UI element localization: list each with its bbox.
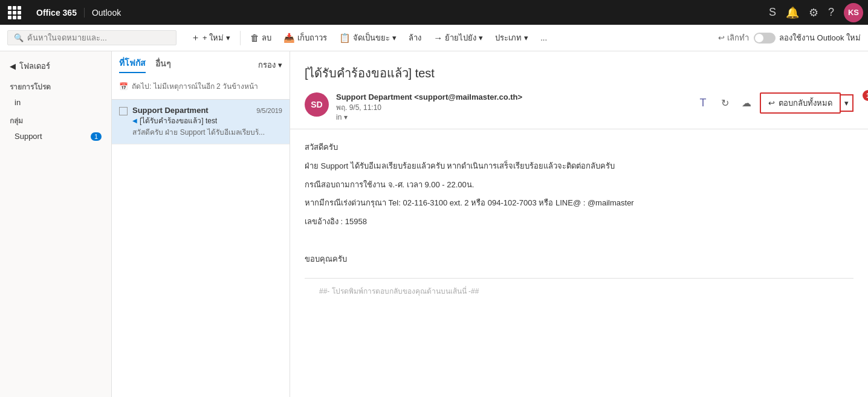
sidebar: ◀ โฟลเดอร์ รายการโปรด in กลุ่ม Support 1 — [0, 51, 112, 397]
email-closing: ขอบคุณครับ — [305, 253, 853, 266]
email-list-header: ที่โฟกัส อื่นๆ กรอง ▾ 📅 ถัดไป: ไม่มีเหตุ… — [112, 51, 290, 100]
main-layout: ◀ โฟลเดอร์ รายการโปรด in กลุ่ม Support 1… — [0, 51, 868, 397]
email-item-content: Support Department 9/5/2019 ◀ [ได้รับคำร… — [132, 106, 282, 138]
toolbar: 🔍 ＋ + ใหม่ ▾ 🗑 ลบ 📥 เก็บถาวร 📋 จัดเป็นขย… — [0, 25, 868, 51]
category-button[interactable]: ประเภท ▾ — [490, 29, 533, 47]
email-tabs: ที่โฟกัส อื่นๆ กรอง ▾ — [119, 56, 282, 73]
email-body: สวัสดีครับ ฝ่าย Support ได้รับอีเมลเรียบ… — [290, 129, 868, 315]
archive-button[interactable]: 📥 เก็บถาวร — [279, 29, 332, 47]
email-from: Support Department <support@mailmaster.c… — [336, 92, 695, 102]
reply-all-dropdown-button[interactable]: ▾ — [841, 94, 853, 112]
email-line3: หากมีกรณีเร่งด่วนกรุณา Tel: 02-116-3100 … — [305, 197, 853, 210]
junk-dropdown-icon: ▾ — [392, 33, 397, 42]
email-line1: ฝ่าย Support ได้รับอีเมลเรียบร้อยแล้วครั… — [305, 160, 853, 173]
skype-icon[interactable]: S — [769, 6, 776, 19]
help-icon[interactable]: ? — [828, 6, 834, 19]
app-name: Office 365 — [29, 8, 85, 18]
junk-icon: 📋 — [339, 33, 351, 44]
toolbar-right: ↩ เลิกทำ ลองใช้งาน Outlook ใหม่ — [718, 31, 861, 44]
email-list-item[interactable]: Support Department 9/5/2019 ◀ [ได้รับคำร… — [112, 100, 290, 144]
email-subject-title: [ได้รับคำร้องขอแล้ว] test — [305, 63, 853, 83]
chevron-down-icon: ▾ — [344, 113, 348, 121]
reply-count-badge: 1 — [863, 90, 868, 101]
archive-icon: 📥 — [283, 33, 295, 44]
tab-focused[interactable]: ที่โฟกัส — [119, 56, 146, 73]
email-footer: ##- โปรดพิมพ์การตอบกลับของคุณด้านบนเส้นน… — [305, 278, 853, 297]
loop-icon[interactable]: ↻ — [716, 95, 733, 112]
email-line4: เลขอ้างอิง : 15958 — [305, 216, 853, 228]
product-name: Outlook — [92, 8, 121, 18]
toggle-switch[interactable] — [754, 33, 776, 44]
delete-button[interactable]: 🗑 ลบ — [245, 29, 276, 47]
email-actions: T ↻ ☁ 1 ↩ ตอบกลับทั้งหมด ▾ — [695, 92, 853, 114]
email-list: ที่โฟกัส อื่นๆ กรอง ▾ 📅 ถัดไป: ไม่มีเหตุ… — [112, 51, 290, 397]
toggle-knob — [755, 34, 763, 42]
email-content: [ได้รับคำร้องขอแล้ว] test SD Support Dep… — [290, 51, 868, 397]
junk-button[interactable]: 📋 จัดเป็นขยะ ▾ — [334, 29, 401, 47]
tab-other[interactable]: อื่นๆ — [155, 57, 171, 73]
chevron-down-icon: ▾ — [844, 98, 849, 108]
reply-all-group: 1 ↩ ตอบกลับทั้งหมด ▾ — [760, 92, 853, 114]
undo-section: ↩ เลิกทำ — [718, 31, 749, 44]
waffle-icon — [8, 6, 21, 19]
filter-button[interactable]: กรอง ▾ — [258, 59, 282, 71]
email-preview: สวัสดีครับ ฝ่าย Support ได้รับอีเมลเรียบ… — [132, 126, 282, 138]
new-button[interactable]: ＋ + ใหม่ ▾ — [186, 29, 235, 47]
email-sender: Support Department — [132, 106, 209, 115]
search-bar[interactable]: 🔍 — [7, 30, 177, 45]
groups-label: กลุ่ม — [0, 110, 111, 129]
reply-all-icon: ↩ — [768, 98, 775, 108]
more-button[interactable]: ... — [536, 31, 552, 45]
save-icon[interactable]: ☁ — [738, 95, 755, 112]
email-greeting: สวัสดีครับ — [305, 141, 853, 154]
top-nav: Office 365 Outlook S 🔔 ⚙ ? KS — [0, 0, 868, 25]
email-content-header: [ได้รับคำร้องขอแล้ว] test SD Support Dep… — [290, 51, 868, 129]
email-meta: SD Support Department <support@mailmaste… — [305, 92, 853, 121]
sidebar-folder-item[interactable]: ◀ โฟลเดอร์ — [0, 56, 111, 76]
email-date: 9/5/2019 — [256, 107, 282, 114]
sweep-button[interactable]: ล้าง — [404, 29, 426, 47]
email-checkbox[interactable] — [119, 107, 128, 115]
search-icon: 🔍 — [14, 33, 24, 42]
replied-icon: ◀ — [132, 117, 137, 124]
support-badge: 1 — [91, 132, 102, 141]
top-nav-actions: S 🔔 ⚙ ? KS — [769, 3, 863, 22]
favorites-label: รายการโปรด — [0, 76, 111, 95]
teams-icon[interactable]: T — [695, 95, 711, 112]
notification-icon[interactable]: 🔔 — [786, 6, 799, 19]
sender-info: Support Department <support@mailmaster.c… — [336, 92, 695, 121]
separator — [240, 31, 241, 45]
move-dropdown-icon: ▾ — [479, 33, 483, 42]
delete-icon: 🗑 — [250, 33, 259, 43]
email-subject: [ได้รับคำร้องขอแล้ว] test — [140, 115, 217, 126]
undo-icon: ↩ — [718, 33, 725, 42]
email-list-notice: 📅 ถัดไป: ไม่มีเหตุการณ์ในอีก 2 วันข้างหน… — [119, 78, 282, 94]
move-icon: → — [433, 33, 442, 43]
sidebar-item-support[interactable]: Support 1 — [0, 129, 111, 144]
calendar-icon: 📅 — [119, 82, 128, 91]
back-icon: ◀ — [10, 62, 16, 71]
move-button[interactable]: → ย้ายไปยัง ▾ — [429, 29, 488, 47]
category-dropdown-icon: ▾ — [524, 33, 528, 42]
new-dropdown-icon: ▾ — [226, 33, 230, 42]
filter-dropdown-icon: ▾ — [278, 60, 282, 69]
reply-all-button[interactable]: ↩ ตอบกลับทั้งหมด — [760, 92, 841, 114]
waffle-menu-button[interactable] — [5, 3, 24, 22]
email-time: พฤ. 9/5, 11:10 — [336, 102, 695, 113]
new-outlook-label: ลองใช้งาน Outlook ใหม่ — [779, 31, 861, 44]
new-outlook-toggle: ลองใช้งาน Outlook ใหม่ — [754, 31, 861, 44]
email-to: in ▾ — [336, 113, 695, 121]
sender-avatar: SD — [305, 92, 329, 117]
settings-icon[interactable]: ⚙ — [809, 6, 818, 19]
new-icon: ＋ — [191, 32, 200, 44]
avatar[interactable]: KS — [844, 3, 863, 22]
search-input[interactable] — [27, 33, 170, 42]
sidebar-item-in[interactable]: in — [0, 95, 111, 110]
email-line2: กรณีสอบถามการใช้งาน จ.-ศ. เวลา 9.00 - 22… — [305, 179, 853, 192]
email-footer-text: ##- โปรดพิมพ์การตอบกลับของคุณด้านบนเส้นน… — [319, 286, 839, 297]
